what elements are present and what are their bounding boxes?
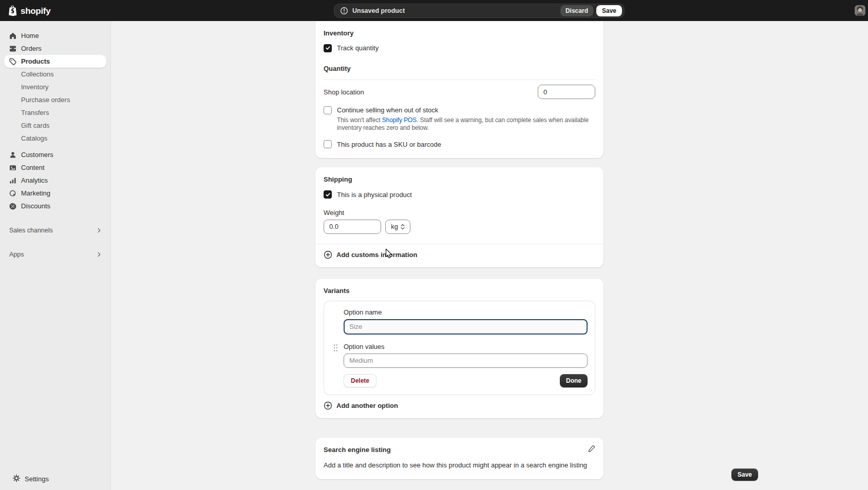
section-label: Apps [9, 251, 24, 258]
continue-selling-checkbox[interactable] [324, 106, 332, 114]
track-quantity-label: Track quantity [337, 44, 379, 52]
add-customs-label: Add customs information [336, 251, 417, 259]
inventory-card-title: Inventory [324, 29, 595, 37]
continue-selling-helper: This won't affect Shopify POS. Staff wil… [337, 116, 594, 132]
weight-input[interactable] [324, 220, 381, 234]
divider [324, 80, 595, 80]
divider [315, 244, 603, 244]
helper-text: This won't affect [337, 116, 382, 124]
sidebar-item-content[interactable]: Content [4, 161, 106, 174]
settings-label: Settings [25, 475, 49, 483]
shop-location-label: Shop location [324, 88, 364, 96]
edit-seo-button[interactable] [587, 445, 595, 455]
shopify-pos-link[interactable]: Shopify POS [382, 116, 417, 124]
shipping-card: Shipping This is a physical product Weig… [315, 167, 603, 267]
sidebar-item-label: Purchase orders [21, 96, 70, 104]
sidebar-item-transfers[interactable]: Transfers [4, 106, 106, 119]
track-quantity-checkbox[interactable] [324, 44, 332, 52]
physical-product-checkbox[interactable] [324, 190, 332, 199]
shopify-logo[interactable]: shopify [7, 5, 50, 18]
weight-unit-value: kg [391, 223, 398, 230]
sidebar-item-orders[interactable]: Orders [4, 42, 106, 55]
plus-circle-icon [324, 401, 332, 410]
sku-barcode-checkbox[interactable] [324, 140, 332, 148]
select-caret-icon [401, 224, 405, 230]
customers-icon [8, 150, 17, 159]
pencil-icon [587, 445, 595, 453]
user-avatar[interactable] [855, 5, 865, 16]
drag-handle[interactable] [327, 308, 344, 387]
option-name-input[interactable] [344, 319, 588, 335]
weight-label: Weight [324, 209, 595, 217]
plus-circle-icon [324, 250, 332, 259]
seo-card: Search engine listing Add a title and de… [315, 438, 603, 479]
sidebar-item-label: Collections [21, 70, 54, 78]
gear-icon [12, 474, 21, 484]
sidebar-item-inventory[interactable]: Inventory [4, 81, 106, 93]
seo-card-title: Search engine listing [324, 446, 391, 454]
continue-selling-label: Continue selling when out of stock [337, 106, 438, 114]
sidebar-item-gift-cards[interactable]: Gift cards [4, 119, 106, 132]
shipping-card-title: Shipping [324, 175, 595, 183]
unsaved-status-text: Unsaved product [352, 7, 405, 14]
home-icon [8, 31, 17, 40]
variants-card: Variants Option name Option values Delet… [315, 279, 603, 418]
weight-unit-select[interactable]: kg [385, 220, 410, 234]
sidebar-item-label: Transfers [21, 109, 49, 116]
sidebar-item-discounts[interactable]: Discounts [4, 200, 106, 212]
sidebar-item-analytics[interactable]: Analytics [4, 174, 106, 187]
marketing-icon [8, 189, 17, 198]
discard-button[interactable]: Discard [560, 5, 593, 16]
add-customs-button[interactable]: Add customs information [324, 250, 595, 260]
inventory-card: Inventory Track quantity Quantity Shop l… [315, 21, 603, 158]
discounts-icon [8, 202, 17, 210]
sidebar-item-label: Analytics [21, 177, 48, 184]
shop-location-quantity-input[interactable] [538, 85, 595, 99]
analytics-icon [8, 176, 17, 185]
sidebar-item-label: Marketing [21, 189, 50, 197]
sidebar-item-label: Home [21, 32, 39, 40]
sidebar-item-collections[interactable]: Collections [4, 68, 106, 81]
sidebar-item-products[interactable]: Products [4, 55, 106, 68]
shopify-wordmark: shopify [21, 6, 50, 16]
sidebar-item-label: Customers [21, 151, 53, 159]
content-icon [8, 163, 17, 172]
sidebar-item-label: Products [21, 57, 50, 65]
unsaved-changes-bar: Unsaved product Discard Save [334, 4, 625, 18]
sidebar-item-marketing[interactable]: Marketing [4, 187, 106, 200]
delete-option-button[interactable]: Delete [344, 374, 376, 387]
section-label: Sales channels [9, 227, 53, 234]
variants-card-title: Variants [324, 287, 595, 295]
sidebar-item-label: Orders [21, 45, 42, 52]
orders-icon [8, 44, 17, 53]
chevron-right-icon [96, 251, 102, 258]
sku-barcode-label: This product has a SKU or barcode [337, 140, 441, 149]
add-another-option-label: Add another option [336, 402, 398, 409]
main-content: Inventory Track quantity Quantity Shop l… [315, 21, 603, 479]
sidebar-item-label: Gift cards [21, 122, 50, 129]
sidebar-section-apps[interactable]: Apps [4, 248, 106, 261]
done-option-button[interactable]: Done [560, 374, 588, 387]
sidebar: Home Orders Products Collections Invento… [0, 21, 111, 490]
save-button-bottom[interactable]: Save [731, 468, 758, 481]
sidebar-item-label: Content [21, 164, 45, 171]
chevron-right-icon [96, 227, 102, 233]
sidebar-item-label: Inventory [21, 83, 48, 91]
sidebar-section-sales-channels[interactable]: Sales channels [4, 224, 106, 237]
sidebar-item-settings[interactable]: Settings [4, 472, 106, 485]
alert-circle-icon [340, 7, 348, 15]
sidebar-item-purchase-orders[interactable]: Purchase orders [4, 93, 106, 106]
add-another-option-button[interactable]: Add another option [324, 401, 595, 410]
seo-description: Add a title and description to see how t… [324, 461, 595, 469]
physical-product-label: This is a physical product [337, 190, 412, 199]
quantity-subtitle: Quantity [324, 65, 595, 72]
sidebar-item-home[interactable]: Home [4, 29, 106, 42]
variant-option-editor: Option name Option values Delete Done [324, 301, 595, 395]
sidebar-item-customers[interactable]: Customers [4, 148, 106, 161]
sidebar-item-label: Discounts [21, 202, 50, 210]
tag-icon [8, 57, 17, 66]
save-button-topbar[interactable]: Save [596, 5, 622, 16]
sidebar-item-catalogs[interactable]: Catalogs [4, 132, 106, 145]
shopify-bag-icon [7, 5, 18, 18]
option-values-input[interactable] [344, 354, 588, 368]
